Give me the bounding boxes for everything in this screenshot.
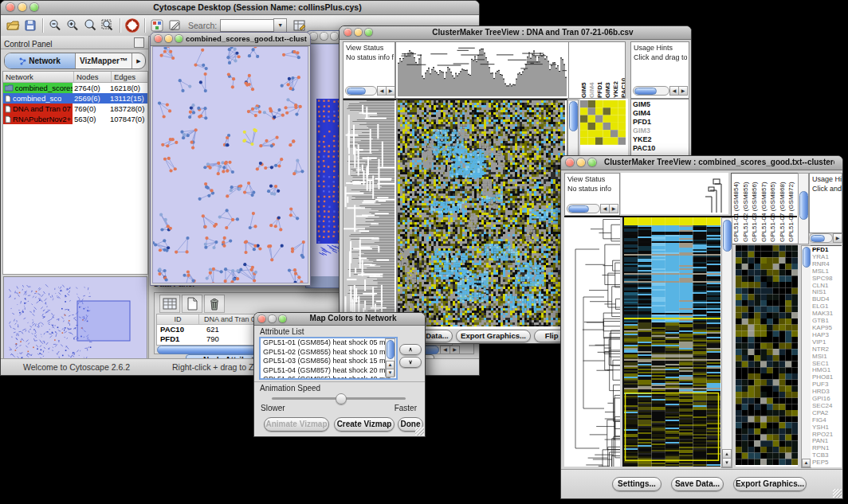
scroll-up-arrow[interactable]: ▲ <box>802 459 811 467</box>
list-item[interactable]: PAC10 <box>620 50 626 98</box>
tv2-gene-dendrogram[interactable] <box>564 217 620 467</box>
list-item[interactable]: PFD1 <box>596 50 604 98</box>
vizmap-nodes-icon[interactable] <box>150 18 164 33</box>
resize-grip[interactable] <box>415 427 424 436</box>
zoom-button[interactable] <box>175 35 183 42</box>
tv2-usage-hscrollbar[interactable] <box>809 233 833 243</box>
move-down-button[interactable]: ∨ <box>399 357 422 368</box>
zoom-button[interactable] <box>30 3 38 11</box>
list-item[interactable]: MON2 <box>811 467 842 467</box>
minimize-button[interactable] <box>320 33 328 40</box>
close-button[interactable] <box>6 3 14 11</box>
tv2-gene-list[interactable]: PFD1YRA1RNR4MSL1SPC98CLN1NIS1BUD4ELG1MAK… <box>811 245 842 467</box>
list-item[interactable]: GIM3 <box>631 127 689 135</box>
zoom-button[interactable] <box>279 315 286 322</box>
save-data-button[interactable]: Save Data... <box>671 477 724 491</box>
list-item[interactable]: GPL51-02 (GSM855) heat shock 10 min <box>261 348 396 357</box>
network-name[interactable]: RNAPuberNov2+ <box>3 114 73 124</box>
list-item[interactable]: GPL51-04 (GSM857) heat shock 20 min <box>261 366 396 376</box>
zoom-out-icon[interactable] <box>48 18 62 33</box>
minimize-button[interactable] <box>18 3 26 11</box>
minimize-button[interactable] <box>269 315 276 322</box>
close-button[interactable] <box>344 29 351 36</box>
scroll-right-arrow[interactable]: ▶ <box>609 204 618 213</box>
zoom-button[interactable] <box>331 33 338 40</box>
list-item[interactable]: GPL51-06 (GSM865) heat shock 40 min <box>261 375 396 380</box>
move-up-button[interactable]: ∧ <box>399 344 422 355</box>
network-name[interactable]: DNA and Tran 07 <box>3 104 73 114</box>
network-table-header[interactable]: Network Nodes Edges <box>3 72 147 83</box>
scroll-down-arrow[interactable]: ▼ <box>722 458 732 467</box>
list-item[interactable]: PFD1 <box>631 118 689 127</box>
search-dropdown-button[interactable]: ▼ <box>273 18 287 33</box>
list-item[interactable]: GIM4 <box>631 109 689 118</box>
tv2-mini-heatmap[interactable] <box>736 245 798 467</box>
tv1-column-dendrogram[interactable] <box>395 41 569 99</box>
list-item[interactable]: GPL51-06 (GSM865) <box>769 174 779 242</box>
network-table-row[interactable]: DNA and Tran 07769(0)183728(0) <box>3 104 147 114</box>
zoom-fit-icon[interactable] <box>100 18 115 33</box>
network-table-row[interactable]: combined_sco2569(6)13112(15) <box>3 93 147 104</box>
list-item[interactable]: GPL51-03 (GSM856) heat shock 15 min <box>261 357 396 366</box>
network-name[interactable]: combined_sco <box>3 93 73 104</box>
main-title-bar[interactable]: Cytoscape Desktop (Session Name: collins… <box>1 1 479 15</box>
list-item[interactable]: GPL51-02 (GSM855) <box>742 174 752 242</box>
tv2-heatmap[interactable] <box>622 217 722 467</box>
attribute-list[interactable]: GPL51-01 (GSM854) heat shock 05 minGPL51… <box>259 337 398 380</box>
scroll-right-arrow[interactable]: ▶ <box>833 233 842 243</box>
zoom-selected-icon[interactable] <box>83 18 97 33</box>
create-vizmap-button[interactable]: Create Vizmap <box>334 417 395 432</box>
open-file-icon[interactable] <box>6 18 20 33</box>
select-attributes-icon[interactable] <box>159 295 180 313</box>
list-item[interactable]: GIM4 <box>588 50 596 98</box>
birdseye-view[interactable] <box>3 276 147 367</box>
tab-network[interactable]: Network <box>5 53 76 68</box>
network-table-row[interactable]: combined_scores2764(0)16218(0) <box>3 83 147 93</box>
tab-overflow-arrow[interactable]: ▶ <box>132 53 145 68</box>
tv1-status-hscrollbar[interactable] <box>345 86 377 96</box>
tv2-heatmap-vscrollbar[interactable]: ▲ ▼ <box>721 217 732 468</box>
tv1-gene-dendrogram[interactable] <box>343 99 397 330</box>
scroll-right-arrow[interactable]: ▶ <box>386 86 395 96</box>
export-graphics-button[interactable]: Export Graphics... <box>733 477 807 491</box>
scroll-right-arrow[interactable]: ▶ <box>678 86 688 96</box>
list-item[interactable]: GIM5 <box>580 50 588 98</box>
list-item[interactable]: YKE2 <box>631 135 689 144</box>
help-lifering-icon[interactable] <box>125 18 139 33</box>
export-graphics-button[interactable]: Export Graphics... <box>456 330 531 342</box>
zoom-button[interactable] <box>365 29 372 36</box>
settings-button[interactable]: Settings... <box>612 477 662 491</box>
scroll-down-arrow[interactable]: ▼ <box>386 369 395 377</box>
network-name[interactable]: combined_scores <box>3 83 73 93</box>
attribute-browser-icon[interactable] <box>292 18 307 33</box>
float-panel-icon[interactable] <box>134 37 144 48</box>
close-button[interactable] <box>310 33 317 40</box>
list-item[interactable]: GIM3 <box>604 50 612 98</box>
tv2-collabel-vscrollbar[interactable] <box>798 173 809 244</box>
delete-attribute-trash-icon[interactable] <box>204 295 225 313</box>
close-button[interactable] <box>155 35 162 42</box>
animate-vizmap-button[interactable]: Animate Vizmap <box>264 417 329 432</box>
tab-vizmapper[interactable]: VizMapper™ <box>76 53 132 68</box>
tv1-column-labels[interactable]: GIM5GIM4PFD1GIM3YKE2PAC10 <box>569 41 626 99</box>
annotation-icon[interactable] <box>167 18 182 33</box>
search-input[interactable] <box>220 19 273 32</box>
list-item[interactable]: GPL51-08 (GSM872) <box>787 174 797 242</box>
tv1-usage-hscrollbar[interactable] <box>633 86 669 96</box>
tv1-heatmap[interactable] <box>397 99 567 330</box>
list-item[interactable]: GPL51-04 (GSM857) <box>760 174 770 242</box>
list-item[interactable]: GPL51-03 (GSM856) <box>751 174 760 242</box>
list-item[interactable]: GPL51-01 (GSM854) heat shock 05 min <box>261 338 396 348</box>
list-item[interactable]: YKE2 <box>612 50 620 98</box>
list-item[interactable]: GPL51-01 (GSM854) <box>732 174 742 242</box>
resize-grip[interactable] <box>833 489 842 498</box>
slider-thumb[interactable] <box>336 393 347 404</box>
minimize-button[interactable] <box>577 158 585 166</box>
list-item[interactable]: GPL51-07 (GSM868) <box>779 174 788 242</box>
tv2-column-labels[interactable]: GPL51-01 (GSM854)GPL51-02 (GSM855)GPL51-… <box>731 173 799 244</box>
close-button[interactable] <box>258 315 265 322</box>
animation-speed-slider[interactable] <box>272 397 406 400</box>
zoom-in-icon[interactable] <box>65 18 80 33</box>
tv2-column-dendrogram[interactable] <box>621 173 728 214</box>
list-item[interactable]: GIM5 <box>631 100 689 109</box>
